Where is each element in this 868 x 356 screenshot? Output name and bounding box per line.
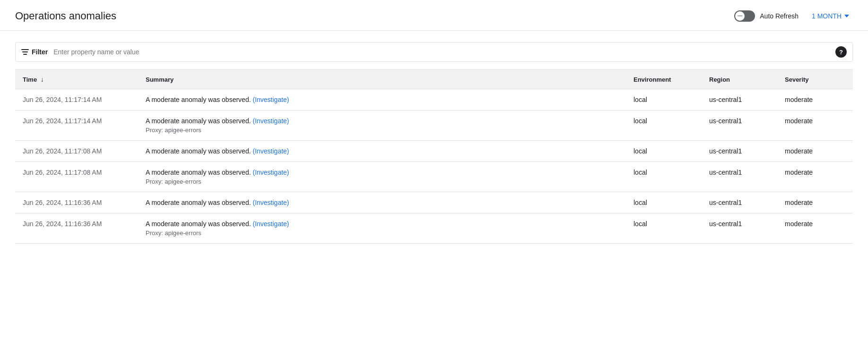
header-controls: Auto Refresh 1 MONTH [734, 9, 853, 23]
time-range-label: 1 MONTH [812, 12, 842, 20]
table-body: Jun 26, 2024, 11:17:14 AMA moderate anom… [15, 89, 853, 244]
cell-summary: A moderate anomaly was observed. (Invest… [138, 162, 626, 192]
cell-time: Jun 26, 2024, 11:17:08 AM [15, 162, 138, 192]
summary-text: A moderate anomaly was observed. (Invest… [146, 96, 289, 103]
table-row: Jun 26, 2024, 11:17:14 AMA moderate anom… [15, 110, 853, 141]
filter-line-3 [23, 54, 27, 55]
table-header: Time ↓ Summary Environment Region Severi… [15, 70, 853, 89]
cell-severity: moderate [777, 89, 853, 110]
table-row: Jun 26, 2024, 11:16:36 AMA moderate anom… [15, 213, 853, 244]
toggle-track [734, 10, 755, 22]
cell-summary: A moderate anomaly was observed. (Invest… [138, 141, 626, 162]
table-row: Jun 26, 2024, 11:16:36 AMA moderate anom… [15, 192, 853, 213]
cell-environment: local [626, 213, 702, 244]
cell-environment: local [626, 89, 702, 110]
filter-input[interactable] [53, 48, 835, 56]
cell-severity: moderate [777, 110, 853, 141]
col-header-environment: Environment [626, 70, 702, 89]
anomalies-table: Time ↓ Summary Environment Region Severi… [15, 69, 853, 244]
summary-text: A moderate anomaly was observed. (Invest… [146, 220, 289, 228]
table-row: Jun 26, 2024, 11:17:14 AMA moderate anom… [15, 89, 853, 110]
auto-refresh-container: Auto Refresh [734, 10, 799, 22]
proxy-text: Proxy: apigee-errors [146, 127, 618, 134]
investigate-link[interactable]: (Investigate) [252, 169, 289, 176]
proxy-text: Proxy: apigee-errors [146, 178, 618, 185]
filter-line-1 [21, 49, 29, 50]
cell-region: us-central1 [702, 192, 777, 213]
cell-region: us-central1 [702, 162, 777, 192]
proxy-text: Proxy: apigee-errors [146, 229, 618, 237]
cell-time: Jun 26, 2024, 11:16:36 AM [15, 213, 138, 244]
cell-summary: A moderate anomaly was observed. (Invest… [138, 192, 626, 213]
summary-text: A moderate anomaly was observed. (Invest… [146, 199, 289, 206]
table-row: Jun 26, 2024, 11:17:08 AMA moderate anom… [15, 162, 853, 192]
cell-environment: local [626, 162, 702, 192]
cell-environment: local [626, 141, 702, 162]
table-header-row: Time ↓ Summary Environment Region Severi… [15, 70, 853, 89]
cell-severity: moderate [777, 192, 853, 213]
sort-arrow-icon[interactable]: ↓ [41, 76, 44, 83]
col-header-region: Region [702, 70, 777, 89]
col-header-severity: Severity [777, 70, 853, 89]
time-range-button[interactable]: 1 MONTH [808, 9, 853, 23]
summary-text: A moderate anomaly was observed. (Invest… [146, 169, 289, 176]
cell-summary: A moderate anomaly was observed. (Invest… [138, 110, 626, 141]
investigate-link[interactable]: (Investigate) [252, 220, 289, 228]
investigate-link[interactable]: (Investigate) [252, 96, 289, 103]
col-header-time: Time ↓ [15, 70, 138, 89]
page-title: Operations anomalies [15, 10, 116, 22]
summary-text: A moderate anomaly was observed. (Invest… [146, 147, 289, 155]
cell-time: Jun 26, 2024, 11:17:08 AM [15, 141, 138, 162]
cell-time: Jun 26, 2024, 11:17:14 AM [15, 110, 138, 141]
investigate-link[interactable]: (Investigate) [252, 147, 289, 155]
investigate-link[interactable]: (Investigate) [252, 199, 289, 206]
cell-severity: moderate [777, 162, 853, 192]
cell-environment: local [626, 110, 702, 141]
cell-severity: moderate [777, 141, 853, 162]
cell-region: us-central1 [702, 110, 777, 141]
auto-refresh-label: Auto Refresh [760, 12, 799, 20]
col-header-summary: Summary [138, 70, 626, 89]
cell-time: Jun 26, 2024, 11:17:14 AM [15, 89, 138, 110]
filter-bar: Filter ? [15, 42, 853, 62]
cell-severity: moderate [777, 213, 853, 244]
filter-help-icon[interactable]: ? [835, 46, 847, 58]
cell-summary: A moderate anomaly was observed. (Invest… [138, 213, 626, 244]
investigate-link[interactable]: (Investigate) [252, 117, 289, 125]
cell-summary: A moderate anomaly was observed. (Invest… [138, 89, 626, 110]
filter-icon[interactable] [21, 49, 29, 55]
page-header: Operations anomalies Auto Refresh 1 MONT… [0, 0, 868, 31]
table-row: Jun 26, 2024, 11:17:08 AMA moderate anom… [15, 141, 853, 162]
filter-icon-container: Filter [21, 48, 48, 56]
cell-region: us-central1 [702, 141, 777, 162]
toggle-thumb [735, 11, 745, 21]
cell-environment: local [626, 192, 702, 213]
cell-time: Jun 26, 2024, 11:16:36 AM [15, 192, 138, 213]
cell-region: us-central1 [702, 213, 777, 244]
chevron-down-icon [844, 15, 849, 17]
filter-line-2 [22, 51, 28, 52]
filter-label: Filter [32, 48, 48, 56]
summary-text: A moderate anomaly was observed. (Invest… [146, 117, 289, 125]
auto-refresh-toggle[interactable] [734, 10, 755, 22]
cell-region: us-central1 [702, 89, 777, 110]
main-content: Filter ? Time ↓ Summary Environment Regi… [0, 31, 868, 255]
